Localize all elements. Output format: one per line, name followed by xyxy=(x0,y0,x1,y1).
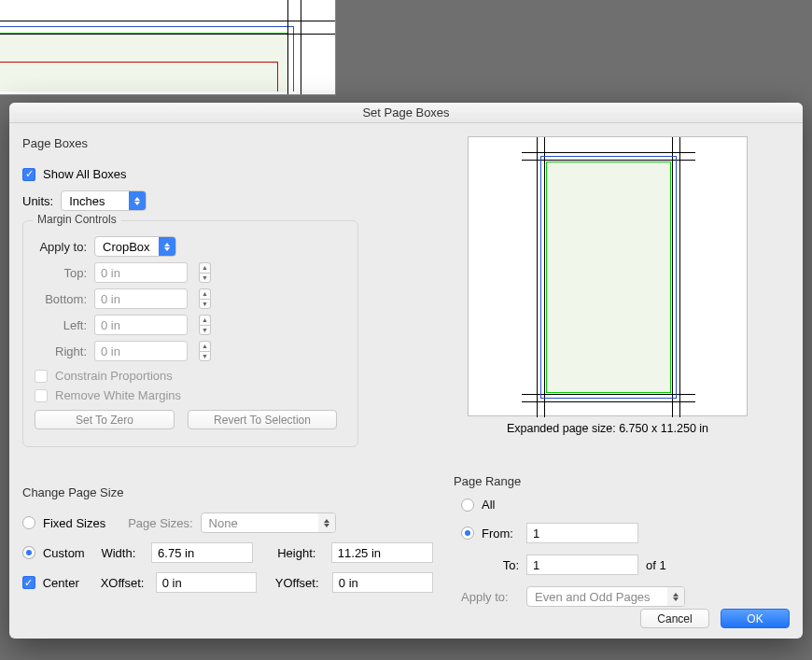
dialog-title: Set Page Boxes xyxy=(9,103,803,123)
page-boxes-section-label: Page Boxes xyxy=(22,136,414,150)
yoffset-label: YOffset: xyxy=(275,576,325,590)
to-label: To: xyxy=(482,558,519,572)
fixed-sizes-label: Fixed Sizes xyxy=(43,516,105,530)
chevron-updown-icon xyxy=(129,191,146,210)
to-input[interactable]: 1 xyxy=(526,555,638,575)
range-apply-to-label: Apply to: xyxy=(461,590,519,604)
custom-radio[interactable] xyxy=(22,546,35,559)
chevron-updown-icon xyxy=(667,587,684,606)
chevron-updown-icon xyxy=(318,513,335,532)
xoffset-label: XOffset: xyxy=(101,576,148,590)
top-stepper[interactable]: ▲▼ xyxy=(199,262,211,283)
show-all-boxes-label: Show All Boxes xyxy=(43,167,127,181)
chevron-updown-icon xyxy=(159,237,175,256)
constrain-proportions-label: Constrain Proportions xyxy=(55,369,173,383)
fixed-sizes-radio[interactable] xyxy=(22,516,35,529)
left-stepper[interactable]: ▲▼ xyxy=(199,315,211,335)
units-label: Units: xyxy=(22,194,53,208)
width-input[interactable]: 6.75 in xyxy=(151,542,253,563)
custom-label: Custom xyxy=(43,546,94,560)
range-apply-to-value: Even and Odd Pages xyxy=(535,590,651,604)
left-label: Left: xyxy=(35,318,87,332)
constrain-proportions-checkbox xyxy=(35,370,48,383)
remove-white-margins-label: Remove White Margins xyxy=(55,388,181,402)
yoffset-input[interactable]: 0 in xyxy=(332,572,433,593)
preview-caption: Expanded page size: 6.750 x 11.250 in xyxy=(426,422,790,435)
all-pages-label: All xyxy=(482,498,495,512)
background-document xyxy=(0,0,336,95)
page-preview xyxy=(468,136,748,416)
change-page-size-section-label: Change Page Size xyxy=(22,485,433,499)
height-label: Height: xyxy=(277,546,324,560)
from-input[interactable]: 1 xyxy=(526,523,638,543)
cancel-button[interactable]: Cancel xyxy=(640,609,709,628)
set-page-boxes-dialog: Set Page Boxes Page Boxes ✓ Show All Box… xyxy=(9,103,803,639)
to-suffix: of 1 xyxy=(646,558,666,572)
range-apply-to-select: Even and Odd Pages xyxy=(526,586,685,607)
revert-to-selection-button[interactable]: Revert To Selection xyxy=(188,410,337,429)
margin-controls-group: Margin Controls Apply to: CropBox Top: 0… xyxy=(22,220,358,447)
remove-white-margins-checkbox xyxy=(35,389,48,402)
left-input[interactable]: 0 in xyxy=(94,315,188,335)
apply-to-label: Apply to: xyxy=(35,240,87,254)
center-checkbox[interactable]: ✓ xyxy=(22,576,35,589)
show-all-boxes-checkbox[interactable]: ✓ xyxy=(22,168,35,181)
apply-to-select[interactable]: CropBox xyxy=(94,236,176,257)
units-value: Inches xyxy=(69,194,105,208)
right-label: Right: xyxy=(35,344,87,358)
xoffset-input[interactable]: 0 in xyxy=(156,572,257,593)
page-range-section-label: Page Range xyxy=(454,474,790,488)
right-input[interactable]: 0 in xyxy=(94,341,188,361)
page-sizes-label: Page Sizes: xyxy=(128,516,192,530)
height-input[interactable]: 11.25 in xyxy=(331,542,433,563)
from-radio[interactable] xyxy=(461,527,474,540)
bottom-input[interactable]: 0 in xyxy=(94,288,188,309)
bottom-stepper[interactable]: ▲▼ xyxy=(199,288,211,309)
bottom-label: Bottom: xyxy=(35,292,87,306)
margin-controls-legend: Margin Controls xyxy=(33,213,121,226)
units-select[interactable]: Inches xyxy=(61,190,147,211)
from-label: From: xyxy=(482,527,519,541)
width-label: Width: xyxy=(101,546,144,560)
set-to-zero-button[interactable]: Set To Zero xyxy=(35,410,175,429)
page-sizes-select: None xyxy=(201,513,336,533)
top-input[interactable]: 0 in xyxy=(94,262,188,283)
page-sizes-value: None xyxy=(209,516,238,530)
right-stepper[interactable]: ▲▼ xyxy=(199,341,211,361)
apply-to-value: CropBox xyxy=(103,240,150,254)
center-label: Center xyxy=(43,576,93,590)
top-label: Top: xyxy=(35,266,87,280)
all-pages-radio[interactable] xyxy=(461,499,474,512)
ok-button[interactable]: OK xyxy=(721,609,790,628)
